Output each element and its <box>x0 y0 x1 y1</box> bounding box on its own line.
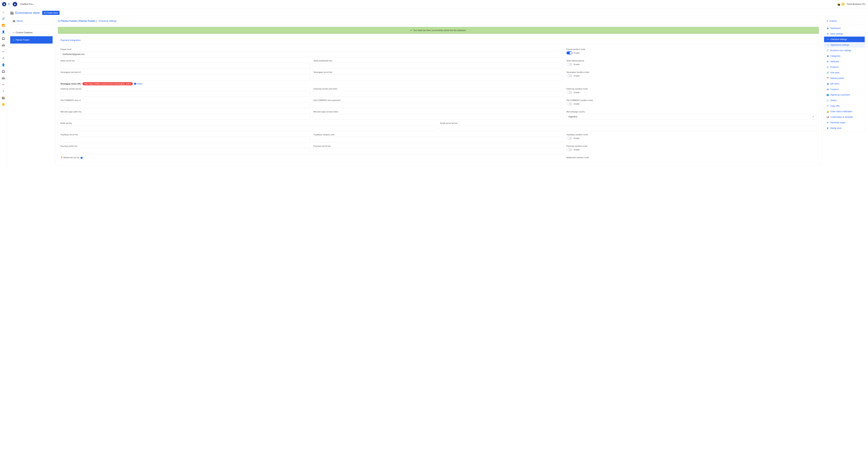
action-item-categories[interactable]: ▦Categories <box>824 53 865 59</box>
label-toyyib-sandbox: Toyyibpay sandbox mode <box>566 134 816 136</box>
label-paymaya-sandbox: Paymaya sandbox mode <box>566 145 816 147</box>
toggle-paypal-sandbox[interactable] <box>566 51 572 55</box>
label-mollie: Mollie api key <box>60 122 437 124</box>
paymaya-pub-input[interactable] <box>60 148 310 154</box>
plus-circle-icon: ⊕ <box>44 12 45 14</box>
brand-dropdown[interactable]: Cheifbot Pro▾ <box>20 3 34 5</box>
mp-public-input[interactable] <box>60 114 310 120</box>
rail-export-icon[interactable]: ⇪ <box>2 90 5 93</box>
label-senang-sandbox: Senangpay sandbox mode <box>566 71 816 73</box>
mp-token-input[interactable] <box>313 114 563 120</box>
info-icon[interactable]: i <box>81 157 83 159</box>
action-icon: ▭ <box>827 44 829 46</box>
toggle-ssl-sandbox[interactable] <box>566 102 572 105</box>
action-label: Delete store <box>830 127 842 129</box>
rail-reply-icon[interactable]: ↩ <box>2 50 5 54</box>
paymaya-secret-input[interactable] <box>313 148 563 154</box>
action-item-checkout-settings[interactable]: ▭Checkout settings <box>824 37 865 42</box>
action-item-products[interactable]: ⊡Products <box>824 64 865 70</box>
action-item-signed-up-customers[interactable]: 👥Signed-up customers <box>824 92 865 98</box>
label-senang-merchant: Senangpay merchant id <box>60 71 310 73</box>
page-title: Ecommerce store <box>15 11 40 15</box>
stripe-secret-input[interactable] <box>60 63 310 69</box>
action-item-store-settings[interactable]: ⚙Store settings <box>824 31 865 37</box>
action-icon: ⎘ <box>827 105 829 107</box>
details-link[interactable]: iDetails <box>133 83 143 85</box>
create-store-button[interactable]: ⊕ Create store <box>42 11 60 15</box>
toggle-insta-sandbox[interactable] <box>566 91 572 94</box>
action-icon: 🛒 <box>827 99 829 102</box>
rail-headset-icon[interactable]: 🎧 <box>2 37 5 40</box>
action-item-reminder-report[interactable]: 👁Reminder report <box>824 120 865 125</box>
action-item-qr-menu[interactable]: ▦QR menu <box>824 81 865 87</box>
action-icon: 🔗 <box>827 71 829 74</box>
rail-headset2-icon[interactable]: 🎧 <box>2 70 5 73</box>
toyyib-cat-input[interactable] <box>313 137 563 142</box>
notifications-icon[interactable]: 🔔0 <box>837 3 839 5</box>
chevron-down-icon: ▾ <box>865 3 866 5</box>
action-label: Checkout settings <box>830 38 847 41</box>
toggle-paymaya-sandbox[interactable] <box>566 148 572 151</box>
user-avatar[interactable]: TB <box>841 2 845 6</box>
toyyib-secret-input[interactable] <box>60 137 310 142</box>
action-item-business-hour-settings[interactable]: 🕘Business hour settings <box>824 48 865 53</box>
store-item-couture[interactable]: ▭ Couture Creations <box>10 29 53 36</box>
action-item-confirmation-reminder[interactable]: 📢Confirmation & reminder <box>824 114 865 120</box>
success-alert: ✔ Your data has been successfully stored… <box>58 27 819 34</box>
action-item-coupons[interactable]: 🎟Coupons <box>824 87 865 92</box>
rail-bot-icon[interactable]: 🤖 <box>2 43 5 47</box>
action-item-attributes[interactable]: ⊞Attributes <box>824 59 865 64</box>
action-item-visit-store[interactable]: 🔗Visit store <box>824 70 865 75</box>
stripe-pub-input[interactable] <box>313 63 563 69</box>
toggle-toyyib-sandbox[interactable] <box>566 137 572 140</box>
insta-auth-input[interactable] <box>313 91 563 97</box>
action-label: Appearance settings <box>830 44 849 46</box>
paypal-email-input[interactable] <box>60 51 563 57</box>
store-item-flavour[interactable]: ▭ Flavour Fusion <box>10 36 53 43</box>
menu-toggle-icon[interactable]: ≡ <box>8 2 10 6</box>
mollie-input[interactable] <box>60 125 437 131</box>
card-icon: ▭ <box>13 31 14 34</box>
rail-wifi-icon[interactable]: 📶 <box>2 24 5 27</box>
action-icon: ▭ <box>827 38 829 41</box>
store-icon: 🏬 <box>13 20 16 22</box>
action-item-delivery-points[interactable]: 📍Delivery points <box>824 75 865 81</box>
insta-private-input[interactable] <box>60 91 310 97</box>
mp-country-select[interactable]: Argentina <box>566 114 816 120</box>
label-insta-auth: Instamojo private auth token <box>313 88 563 90</box>
action-label: Business hour settings <box>830 49 851 52</box>
rail-reply2-icon[interactable]: ↩ <box>2 83 5 87</box>
settings-panel: ⨀ Flavour Fusion ( Flavour Fusion ) : Ch… <box>55 18 822 165</box>
rail-coins-icon[interactable]: 🪙 <box>2 103 5 106</box>
user-menu[interactable]: Trend Business CO▾ <box>847 3 866 5</box>
action-item-orders[interactable]: 🛒Orders <box>824 98 865 103</box>
action-item-dashboard[interactable]: ◉Dashboard <box>824 26 865 31</box>
action-icon: 📍 <box>827 77 829 79</box>
label-mp-country: Mercadopago country <box>566 111 816 113</box>
action-icon: ◉ <box>827 27 829 30</box>
rail-user2-icon[interactable]: 👤 <box>2 63 5 67</box>
ssl-store-input[interactable] <box>60 102 310 108</box>
rail-store-icon[interactable]: 🏬 <box>2 96 5 100</box>
senang-merchant-input[interactable] <box>60 74 310 80</box>
rail-bot2-icon[interactable]: 🤖 <box>2 76 5 80</box>
label-paypal-email: Paypal email <box>60 48 563 50</box>
xendit-input[interactable] <box>440 125 816 131</box>
action-item-appearance-settings[interactable]: ▭Appearance settings <box>824 42 865 48</box>
toggle-stripe-billing[interactable] <box>566 63 572 66</box>
toggle-senang-sandbox[interactable] <box>566 74 572 77</box>
action-label: Dashboard <box>830 27 841 30</box>
senang-secret-input[interactable] <box>313 74 563 80</box>
action-item-delete-store[interactable]: 🗑Delete store <box>824 125 865 131</box>
brand-logo-icon: ◆ <box>13 2 17 6</box>
label-toyyib-cat: Toyyibpay category code <box>313 134 563 136</box>
rail-user-icon[interactable]: 👤 <box>2 30 5 34</box>
senangpay-url-badge: https://app.cheifbot.com/ecommerce/senan… <box>83 82 133 85</box>
rail-fire-icon[interactable]: ♨ <box>2 10 5 14</box>
ssl-pass-input[interactable] <box>313 102 563 108</box>
rail-link-icon[interactable]: 🔗 <box>2 17 5 21</box>
topbar: ◆ ≡ ◆ Cheifbot Pro▾ 🔔0 TB Trend Business… <box>0 0 868 8</box>
rail-send-icon[interactable]: ✈ <box>2 57 5 60</box>
action-item-copy-url[interactable]: ⎘Copy URL <box>824 103 865 109</box>
action-item-order-status-notification[interactable]: 🔔Order status notification <box>824 109 865 114</box>
